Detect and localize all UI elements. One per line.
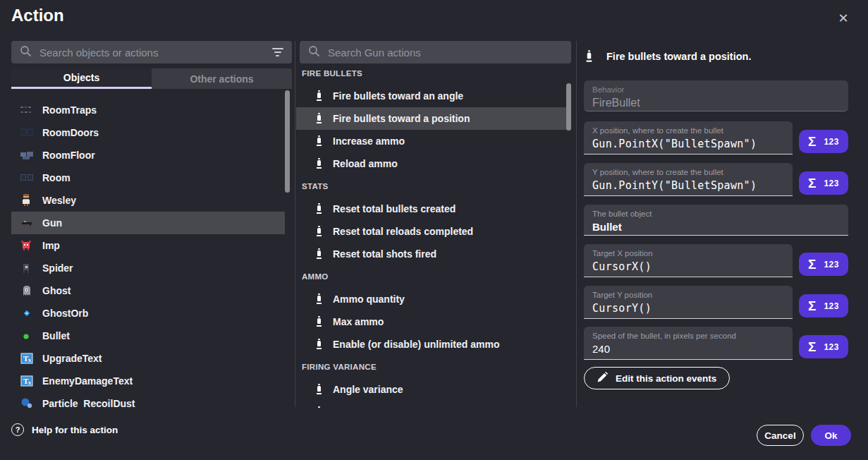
action-item[interactable]: Reset total reloads completed [296,220,566,243]
field-label: Target Y position [592,291,784,299]
field-label: X position, where to create the bullet [592,126,784,135]
field-value[interactable]: Bullet [592,221,840,233]
filter-icon[interactable] [271,48,283,56]
action-label: Fire bullets toward a position [333,113,470,124]
bullet-icon [314,406,324,408]
bullet-icon [314,293,324,305]
objects-search-input[interactable]: Search objects or actions [11,41,292,63]
ok-button[interactable]: Ok [811,425,851,446]
object-label: Imp [42,240,60,251]
text-object-icon: Tx [20,375,33,387]
object-label: Spider [42,262,73,274]
roomtraps-icon [20,104,33,116]
bullet-icon [314,113,324,124]
bullet-icon [314,158,324,169]
section-header: FIRING VARIANCE [296,356,566,378]
object-label: RoomTraps [42,104,97,116]
field-value[interactable]: CursorY() [592,302,784,315]
numbers-icon: 123 [824,178,839,188]
behavior-field: Behavior FireBullet [584,80,848,111]
middle-scrollbar-thumb[interactable] [566,83,571,131]
expression-builder-button[interactable]: Σ 123 [799,335,848,358]
list-item-enemydamagetext[interactable]: Tx EnemyDamageText [11,370,285,392]
bullet-icon [583,50,595,63]
numbers-icon: 123 [824,260,839,270]
list-item-gun[interactable]: Gun [11,212,285,234]
field-value[interactable]: Gun.PointY("BulletSpawn") [592,179,784,192]
action-item[interactable]: Reset total bullets created [296,198,566,220]
field-value[interactable]: 240 [592,343,784,355]
action-item[interactable]: Angle variance [296,378,566,401]
action-label: Reset total reloads completed [333,226,473,237]
object-label: UpgradeText [42,353,102,364]
action-item-partial[interactable] [296,401,566,408]
objects-list: RoomTraps RoomDoors RoomFloor Room Wesle… [11,92,292,408]
list-item-roomdoors[interactable]: RoomDoors [11,121,285,144]
action-item[interactable]: Reload ammo [296,152,566,175]
expression-builder-button[interactable]: Σ 123 [799,253,848,276]
panel-divider [576,41,577,407]
action-label: Increase ammo [333,135,405,147]
cancel-button[interactable]: Cancel [757,425,804,446]
search-placeholder: Search objects or actions [39,47,264,59]
tab-objects[interactable]: Objects [11,68,152,89]
y-position-field[interactable]: Y position, where to create the bullet G… [584,163,793,196]
object-label: Wesley [42,195,76,206]
action-item[interactable]: Increase ammo [296,130,566,152]
field-value[interactable]: CursorX() [592,260,784,273]
sigma-icon: Σ [808,339,816,355]
list-item-upgradetext[interactable]: Tx UpgradeText [11,347,285,370]
bullet-icon [314,135,324,147]
help-icon: ? [11,423,24,436]
field-label: Speed of the bullet, in pixels per secon… [592,332,784,340]
left-scrollbar-thumb[interactable] [285,90,290,193]
actions-search-input[interactable]: Search Gun actions [300,41,571,63]
expression-builder-button[interactable]: Σ 123 [799,294,848,317]
field-value[interactable]: Gun.PointX("BulletSpawn") [592,138,784,150]
edit-action-events-button[interactable]: Edit this action events [584,367,730,389]
list-item-ghost[interactable]: Ghost [11,279,285,302]
action-label: Reset total shots fired [333,248,436,260]
bullet-icon [314,316,324,327]
numbers-icon: 123 [824,301,839,311]
close-icon[interactable]: ✕ [836,11,851,26]
list-item-room[interactable]: Room [11,167,285,189]
roomfloor-icon [20,149,33,162]
target-x-field[interactable]: Target X position CursorX() [584,244,793,277]
object-label: Room [42,172,71,183]
action-item[interactable]: Max ammo [296,310,566,333]
field-label: The bullet object [592,210,840,218]
tab-other-actions[interactable]: Other actions [152,68,292,89]
bullet-icon [314,226,324,237]
expression-builder-button[interactable]: Σ 123 [799,171,848,195]
target-y-field[interactable]: Target Y position CursorY() [584,286,793,319]
list-item-spider[interactable]: Spider [11,257,285,279]
expression-builder-button[interactable]: Σ 123 [799,130,848,153]
bullet-object-field[interactable]: The bullet object Bullet [584,205,848,236]
help-link[interactable]: ? Help for this action [11,423,118,436]
action-item[interactable]: Enable (or disable) unlimited ammo [296,333,566,356]
list-item-ghostorb[interactable]: GhostOrb [11,302,285,325]
action-item[interactable]: Fire bullets toward an angle [296,85,566,107]
help-label: Help for this action [32,425,118,435]
svg-text:x: x [28,380,31,386]
action-item[interactable]: Ammo quantity [296,288,566,310]
gun-icon [20,217,33,229]
action-label: Angle variance [333,384,403,395]
sigma-icon: Σ [808,298,816,314]
list-item-particle-recoildust[interactable]: Particle_RecoilDust [11,392,285,408]
x-position-field[interactable]: X position, where to create the bullet G… [584,121,793,155]
action-label: Enable (or disable) unlimited ammo [333,339,499,350]
action-label: Reload ammo [333,158,398,169]
list-item-roomfloor[interactable]: RoomFloor [11,144,285,167]
list-item-imp[interactable]: Imp [11,234,285,257]
action-item-selected[interactable]: Fire bullets toward a position [296,107,566,130]
list-item-wesley[interactable]: Wesley [11,189,285,212]
action-description: Fire bullets toward a position. [584,45,848,68]
text-object-icon: Tx [20,352,33,365]
field-label: Behavior [592,85,840,94]
action-item[interactable]: Reset total shots fired [296,243,566,265]
speed-field[interactable]: Speed of the bullet, in pixels per secon… [584,327,793,360]
list-item-roomtraps[interactable]: RoomTraps [11,99,285,121]
list-item-bullet[interactable]: Bullet [11,325,285,347]
